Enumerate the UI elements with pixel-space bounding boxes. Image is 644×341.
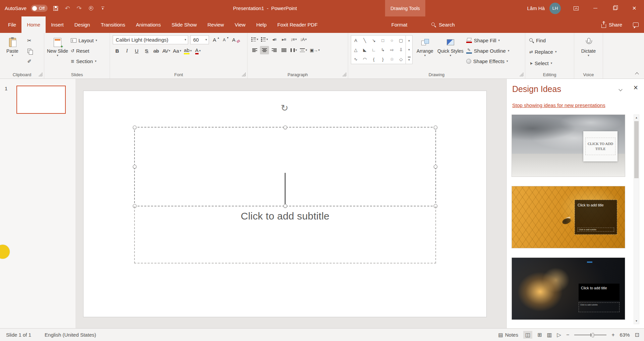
font-name-combobox[interactable]: Calibri Light (Headings)▾ [113, 35, 188, 44]
shape-fill-button[interactable]: Shape Fill▾ [466, 36, 509, 45]
italic-button[interactable]: I [122, 47, 131, 55]
tab-review[interactable]: Review [202, 16, 229, 33]
new-slide-button[interactable]: New Slide ▾ [47, 35, 68, 67]
shapes-scroll-up-button[interactable]: ▴ [406, 36, 412, 45]
resize-handle-top-middle[interactable] [283, 126, 287, 129]
resize-handle-top-left[interactable] [133, 126, 137, 129]
underline-button[interactable]: U [132, 47, 141, 55]
shape-star[interactable]: ☆ [390, 57, 394, 61]
shape-textbox[interactable]: A [354, 38, 357, 43]
account-name[interactable]: Lâm Hà [527, 5, 545, 11]
touch-mouse-mode-button[interactable] [87, 3, 95, 14]
tab-foxit-reader-pdf[interactable]: Foxit Reader PDF [272, 16, 323, 33]
zoom-slider[interactable] [574, 332, 606, 338]
shape-right-arrow[interactable]: ⇨ [390, 48, 394, 52]
minimize-button[interactable] [586, 0, 605, 16]
undo-button[interactable]: ↶ [64, 3, 71, 14]
reset-button[interactable]: ↺Reset [71, 47, 97, 55]
avatar[interactable]: LH [549, 3, 561, 14]
tab-animations[interactable]: Animations [130, 16, 166, 33]
autosave-toggle[interactable]: Off [31, 5, 48, 12]
bold-button[interactable]: B [113, 47, 122, 55]
arrange-button[interactable]: Arrange ▾ [415, 35, 435, 67]
subtitle-placeholder[interactable]: Click to add subtitle [134, 206, 436, 263]
font-dialog-launcher[interactable] [242, 72, 246, 76]
paste-button[interactable]: Paste ▾ [3, 35, 22, 67]
tab-format[interactable]: Format [386, 16, 413, 33]
shape-right-brace[interactable]: } [382, 57, 383, 61]
increase-font-size-button[interactable]: A▲ [212, 36, 221, 44]
character-spacing-button[interactable]: AV▾ [161, 47, 171, 55]
tab-help[interactable]: Help [251, 16, 272, 33]
shape-down-arrow[interactable]: ⇩ [399, 48, 403, 52]
columns-button[interactable]: ▾ [289, 46, 298, 54]
line-spacing-button[interactable]: ↕≡▾ [289, 35, 298, 44]
design-ideas-collapse-button[interactable] [617, 86, 624, 93]
font-size-combobox[interactable]: 60▾ [190, 35, 209, 44]
zoom-out-button[interactable]: − [566, 332, 569, 338]
convert-to-smartart-button[interactable]: ▣→▾ [309, 46, 321, 54]
fit-slide-to-window-button[interactable]: ⊡ [635, 332, 639, 338]
zoom-in-button[interactable]: + [611, 332, 614, 338]
shape-left-brace[interactable]: { [373, 57, 374, 61]
layout-button[interactable]: Layout▾ [71, 36, 97, 45]
design-idea-clouds[interactable]: CLICK TO ADD TITLE [512, 114, 625, 177]
scrollbar-thumb[interactable] [634, 121, 639, 178]
shape-curve[interactable]: ∿ [354, 57, 358, 61]
bullets-button[interactable]: ▾ [250, 35, 259, 44]
design-idea-bulb[interactable]: Click to add title Click to add subtitle [512, 257, 625, 320]
restore-button[interactable] [605, 0, 625, 16]
section-button[interactable]: ≣Section▾ [71, 57, 97, 65]
qat-customize-button[interactable]: ▾ [99, 3, 106, 14]
comments-button[interactable] [628, 16, 644, 33]
language-indicator[interactable]: English (United States) [45, 332, 96, 338]
redo-button[interactable]: ↷ [75, 3, 83, 14]
cut-button[interactable]: ✂ [25, 36, 34, 45]
paragraph-dialog-launcher[interactable] [342, 72, 346, 76]
clear-formatting-button[interactable]: A [231, 36, 241, 44]
design-idea-honeycomb[interactable]: Click to add title Click to add subtitle [512, 186, 625, 248]
shape-oval[interactable]: ○ [391, 38, 393, 43]
shape-arc[interactable]: ◠ [363, 57, 367, 61]
stop-showing-ideas-link[interactable]: Stop showing ideas for new presentations [512, 102, 605, 108]
notes-button[interactable]: ▤Notes [498, 332, 518, 338]
shape-line[interactable]: ╲ [364, 38, 366, 43]
tab-view[interactable]: View [229, 16, 251, 33]
font-color-button[interactable]: A▾ [194, 47, 203, 55]
ribbon-display-options-button[interactable] [566, 0, 586, 16]
change-case-button[interactable]: Aa▾ [172, 47, 182, 55]
tab-insert[interactable]: Insert [46, 16, 69, 33]
shape-rounded-rectangle[interactable]: ▢ [399, 38, 403, 43]
text-shadow-button[interactable]: S [142, 47, 151, 55]
close-button[interactable]: × [625, 0, 644, 16]
shape-right-triangle[interactable]: ◣ [363, 48, 367, 52]
find-button[interactable]: Find [529, 36, 574, 45]
decrease-font-size-button[interactable]: A▼ [221, 36, 230, 44]
dictate-button[interactable]: Dictate ▾ [579, 35, 598, 67]
reading-view-button[interactable]: ▥ [547, 332, 552, 338]
tab-file[interactable]: File [3, 16, 21, 33]
scroll-up-arrow[interactable]: ▲ [635, 115, 638, 120]
clipboard-dialog-launcher[interactable] [39, 72, 42, 76]
quick-styles-button[interactable]: Quick Styles ▾ [437, 35, 464, 67]
shape-diamond[interactable]: ◇ [399, 57, 403, 61]
justify-button[interactable] [279, 46, 288, 54]
align-right-button[interactable] [270, 46, 279, 54]
shapes-scroll-down-button[interactable]: ▾ [406, 45, 412, 54]
slide[interactable]: ↻ Click to add subtitle [84, 91, 486, 317]
tab-slide-show[interactable]: Slide Show [166, 16, 202, 33]
increase-indent-button[interactable]: ▸≡ [279, 35, 288, 44]
select-button[interactable]: ➤Select▾ [529, 59, 574, 67]
strikethrough-button[interactable]: ab [152, 47, 161, 55]
align-center-button[interactable] [260, 46, 269, 54]
copy-button[interactable] [25, 47, 34, 55]
text-direction-button[interactable]: ↕A▾ [299, 35, 308, 44]
title-placeholder[interactable] [134, 127, 436, 206]
align-left-button[interactable] [250, 46, 259, 54]
replace-button[interactable]: ⇄Replace▾ [529, 48, 574, 56]
paste-dropdown-arrow[interactable]: ▾ [12, 54, 13, 57]
rotation-handle[interactable]: ↻ [281, 104, 288, 113]
slide-sorter-view-button[interactable]: ⊞ [537, 332, 542, 338]
resize-handle-middle-right[interactable] [434, 165, 437, 168]
collapse-ribbon-button[interactable] [634, 71, 640, 76]
